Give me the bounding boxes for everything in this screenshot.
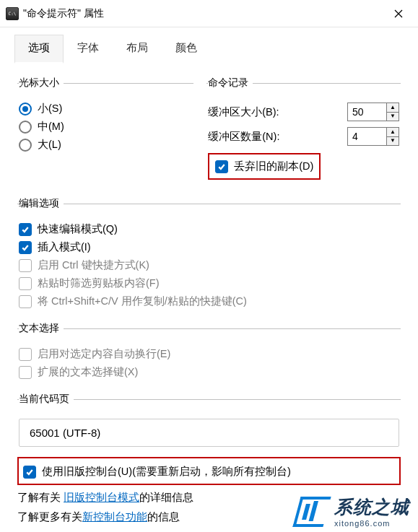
link-new-console-features[interactable]: 新控制台功能 <box>82 511 147 523</box>
link-legacy-console-mode[interactable]: 旧版控制台模式 <box>64 492 139 503</box>
check-label: 启用对选定内容自动换行(E) <box>38 347 170 361</box>
check-label: 快速编辑模式(Q) <box>38 222 118 236</box>
highlight-discard-duplicates: 丢弃旧的副本(D) <box>208 153 321 180</box>
checkbox-icon <box>19 241 32 254</box>
check-discard-old-duplicates[interactable]: 丢弃旧的副本(D) <box>215 157 313 175</box>
checkbox-icon <box>19 223 32 236</box>
check-quick-edit[interactable]: 快速编辑模式(Q) <box>19 220 399 238</box>
spin-value: 4 <box>348 131 386 142</box>
radio-icon <box>19 121 32 134</box>
group-text-selection: 文本选择 启用对选定内容自动换行(E) 扩展的文本选择键(X) <box>17 322 401 385</box>
radio-label: 大(L) <box>38 138 61 152</box>
radio-cursor-medium[interactable]: 中(M) <box>19 118 192 136</box>
group-legend: 文本选择 <box>19 322 64 335</box>
radio-icon <box>19 103 32 115</box>
check-insert-mode[interactable]: 插入模式(I) <box>19 238 399 256</box>
check-label: 启用 Ctrl 键快捷方式(K) <box>38 258 149 272</box>
group-edit-options: 编辑选项 快速编辑模式(Q) 插入模式(I) 启用 Ctrl 键快捷方式(K) … <box>17 197 401 315</box>
tab-colors[interactable]: 颜色 <box>162 35 211 64</box>
buffer-size-input[interactable]: 50 ▲ ▼ <box>347 103 399 121</box>
check-wrap-selection: 启用对选定内容自动换行(E) <box>19 345 399 363</box>
spin-value: 50 <box>348 106 386 118</box>
check-label: 丢弃旧的副本(D) <box>234 160 313 173</box>
tab-font[interactable]: 字体 <box>64 35 113 64</box>
group-codepage: 当前代码页 65001 (UTF-8) <box>17 393 401 451</box>
radio-label: 中(M) <box>38 120 64 134</box>
spin-up-icon[interactable]: ▲ <box>387 103 399 113</box>
buffer-count-label: 缓冲区数量(N): <box>208 130 279 144</box>
codepage-value: 65001 (UTF-8) <box>19 419 399 447</box>
highlight-legacy-console: 使用旧版控制台(U)(需要重新启动，影响所有控制台) <box>17 457 401 485</box>
checkbox-icon <box>19 295 32 308</box>
check-label: 扩展的文本选择键(X) <box>38 365 138 379</box>
group-legend: 光标大小 <box>19 77 64 90</box>
group-legend: 编辑选项 <box>19 197 64 210</box>
check-label: 粘贴时筛选剪贴板内容(F) <box>38 276 160 290</box>
tab-bar: 选项 字体 布局 颜色 <box>0 27 418 64</box>
info-text: 了解有关 <box>17 492 64 503</box>
tab-content: 光标大小 小(S) 中(M) 大(L) 命令记录 缓冲区大小(B): 50 <box>0 64 418 532</box>
group-legend: 命令记录 <box>208 77 253 90</box>
buffer-size-label: 缓冲区大小(B): <box>208 105 279 119</box>
legacy-info-line: 了解有关 旧版控制台模式的详细信息 <box>17 491 401 505</box>
check-label: 插入模式(I) <box>38 240 91 254</box>
info-text: 的信息 <box>147 511 180 523</box>
check-label: 将 Ctrl+Shift+C/V 用作复制/粘贴的快捷键(C) <box>38 295 247 308</box>
window-title: "命令提示符" 属性 <box>23 7 104 20</box>
check-extended-text-keys: 扩展的文本选择键(X) <box>19 363 399 381</box>
buffer-count-input[interactable]: 4 ▲ ▼ <box>347 127 399 146</box>
checkbox-icon <box>19 277 32 290</box>
spin-down-icon[interactable]: ▼ <box>387 137 399 146</box>
spin-down-icon[interactable]: ▼ <box>387 113 399 121</box>
check-ctrl-shortcuts: 启用 Ctrl 键快捷方式(K) <box>19 256 399 274</box>
group-legend: 当前代码页 <box>19 393 74 406</box>
cmd-icon <box>6 7 19 20</box>
radio-label: 小(S) <box>38 102 62 115</box>
close-icon <box>394 9 403 18</box>
checkbox-icon <box>19 259 32 272</box>
check-label: 使用旧版控制台(U)(需要重新启动，影响所有控制台) <box>42 465 291 479</box>
checkbox-icon <box>19 348 32 361</box>
radio-icon <box>19 139 32 152</box>
titlebar: "命令提示符" 属性 <box>0 0 418 27</box>
radio-cursor-small[interactable]: 小(S) <box>19 100 192 118</box>
info-text: 的详细信息 <box>139 492 193 503</box>
group-command-history: 命令记录 缓冲区大小(B): 50 ▲ ▼ 缓冲区数量(N): 4 ▲ <box>206 77 401 184</box>
group-cursor-size: 光标大小 小(S) 中(M) 大(L) <box>17 77 193 158</box>
check-ctrl-shift-cv: 将 Ctrl+Shift+C/V 用作复制/粘贴的快捷键(C) <box>19 292 399 310</box>
new-console-info-line: 了解更多有关新控制台功能的信息 <box>17 510 401 524</box>
checkbox-icon <box>19 366 32 379</box>
close-button[interactable] <box>382 2 415 25</box>
checkbox-icon <box>215 160 228 173</box>
tab-options[interactable]: 选项 <box>14 35 64 64</box>
check-use-legacy-console[interactable]: 使用旧版控制台(U)(需要重新启动，影响所有控制台) <box>23 463 395 481</box>
tab-layout[interactable]: 布局 <box>113 35 162 64</box>
info-text: 了解更多有关 <box>17 511 82 523</box>
checkbox-icon <box>23 466 36 479</box>
spin-up-icon[interactable]: ▲ <box>387 128 399 137</box>
check-filter-clipboard: 粘贴时筛选剪贴板内容(F) <box>19 274 399 292</box>
radio-cursor-large[interactable]: 大(L) <box>19 136 192 154</box>
